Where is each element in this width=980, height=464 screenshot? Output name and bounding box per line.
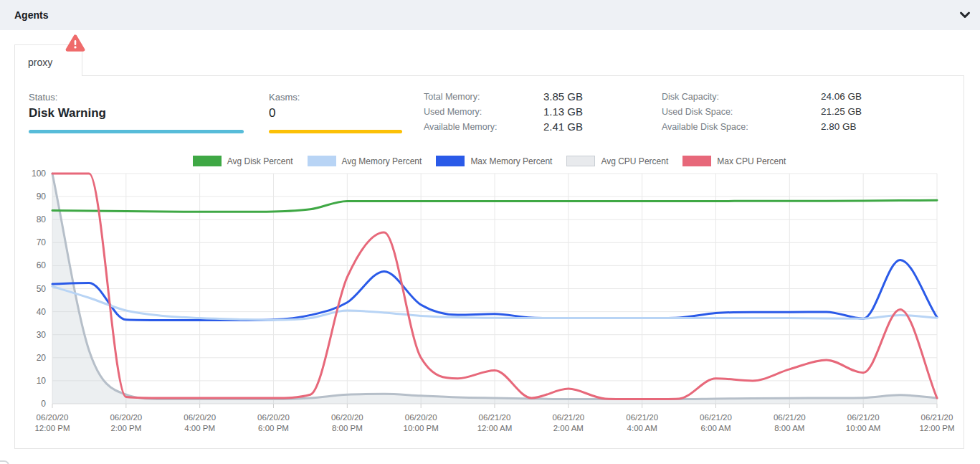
legend-item-avg-memory-percent[interactable]: Avg Memory Percent (308, 156, 422, 166)
available-disk-label: Available Disk Space: (662, 122, 748, 132)
x-tick-date: 06/21/20 (479, 413, 511, 422)
used-memory-label: Used Memory: (424, 107, 482, 117)
legend-item-avg-cpu-percent[interactable]: Avg CPU Percent (566, 156, 668, 166)
x-tick-time: 8:00 PM (332, 424, 363, 432)
y-tick-label: 30 (37, 330, 47, 340)
next-panel-corner (0, 460, 9, 464)
x-tick-date: 06/21/20 (847, 413, 880, 422)
legend-item-max-memory-percent[interactable]: Max Memory Percent (436, 156, 552, 166)
x-tick-date: 06/21/20 (774, 413, 806, 422)
x-tick-date: 06/21/20 (921, 413, 953, 422)
y-tick-label: 20 (37, 353, 47, 363)
available-disk-value: 2.80 GB (821, 121, 857, 132)
x-tick-time: 2:00 PM (110, 424, 141, 432)
y-tick-label: 60 (37, 260, 47, 270)
kasms-underline (269, 130, 402, 133)
status-label: Status: (29, 92, 57, 103)
y-tick-label: 100 (32, 169, 46, 179)
x-tick-date: 06/20/20 (331, 413, 363, 422)
legend-swatch-max-memory-percent (436, 156, 465, 166)
status-value: Disk Warning (29, 106, 106, 120)
total-memory-label: Total Memory: (424, 92, 480, 102)
x-tick-time: 6:00 AM (700, 424, 731, 432)
x-tick-time: 10:00 PM (404, 424, 439, 432)
x-tick-date: 06/21/20 (700, 413, 732, 422)
x-tick-date: 06/20/20 (405, 413, 437, 422)
kasms-value: 0 (269, 106, 275, 120)
chevron-down-icon[interactable] (959, 9, 971, 21)
legend-label-max-memory-percent: Max Memory Percent (470, 156, 552, 166)
x-tick-date: 06/20/20 (110, 413, 142, 422)
x-tick-date: 06/20/20 (37, 413, 69, 422)
x-tick-time: 10:00 AM (846, 424, 881, 432)
available-memory-value: 2.41 GB (543, 120, 583, 133)
y-tick-label: 40 (37, 307, 47, 317)
legend-label-avg-memory-percent: Avg Memory Percent (342, 156, 422, 166)
x-tick-time: 4:00 AM (627, 424, 657, 432)
legend-label-avg-disk-percent: Avg Disk Percent (227, 156, 293, 166)
legend-swatch-avg-memory-percent (308, 156, 336, 166)
agents-header[interactable]: Agents (0, 0, 980, 30)
total-memory-value: 3.85 GB (543, 90, 583, 103)
x-tick-date: 06/20/20 (184, 413, 216, 422)
y-tick-label: 0 (41, 399, 46, 409)
chart-legend: Avg Disk PercentAvg Memory PercentMax Me… (15, 156, 964, 166)
legend-swatch-avg-disk-percent (193, 156, 222, 166)
page-title: Agents (14, 0, 48, 30)
legend-swatch-max-cpu-percent (682, 156, 711, 166)
x-tick-date: 06/20/20 (257, 413, 290, 422)
x-tick-time: 12:00 AM (477, 424, 513, 432)
legend-item-max-cpu-percent[interactable]: Max CPU Percent (682, 156, 786, 166)
disk-capacity-value: 24.06 GB (821, 91, 862, 102)
available-memory-label: Available Memory: (424, 122, 498, 132)
warning-icon (65, 34, 85, 52)
y-tick-label: 90 (37, 191, 47, 202)
chart-svg[interactable]: 010203040506070809010006/20/2012:00 PM06… (15, 168, 964, 446)
used-disk-value: 21.25 GB (821, 106, 862, 117)
x-tick-time: 12:00 PM (34, 424, 70, 432)
disk-capacity-label: Disk Capacity: (662, 92, 719, 102)
x-tick-time: 4:00 PM (184, 424, 215, 432)
legend-item-avg-disk-percent[interactable]: Avg Disk Percent (193, 156, 293, 166)
y-tick-label: 50 (37, 284, 47, 294)
used-disk-label: Used Disk Space: (662, 107, 733, 117)
legend-swatch-avg-cpu-percent (566, 156, 595, 166)
x-tick-time: 6:00 PM (258, 424, 289, 432)
kasms-label: Kasms: (269, 92, 300, 103)
y-tick-label: 80 (37, 214, 47, 224)
tab-proxy-label: proxy (28, 57, 52, 68)
x-tick-time: 2:00 AM (553, 424, 584, 432)
legend-label-max-cpu-percent: Max CPU Percent (717, 156, 786, 166)
x-tick-time: 8:00 AM (774, 424, 804, 432)
status-underline (29, 130, 244, 133)
x-tick-time: 12:00 PM (919, 424, 954, 432)
agent-detail-card: Status: Disk Warning Kasms: 0 Total Memo… (14, 75, 964, 449)
y-tick-label: 10 (37, 376, 47, 386)
used-memory-value: 1.13 GB (543, 105, 583, 118)
y-tick-label: 70 (37, 237, 47, 247)
x-tick-date: 06/21/20 (552, 413, 584, 422)
x-tick-date: 06/21/20 (626, 413, 658, 422)
legend-label-avg-cpu-percent: Avg CPU Percent (601, 156, 668, 166)
